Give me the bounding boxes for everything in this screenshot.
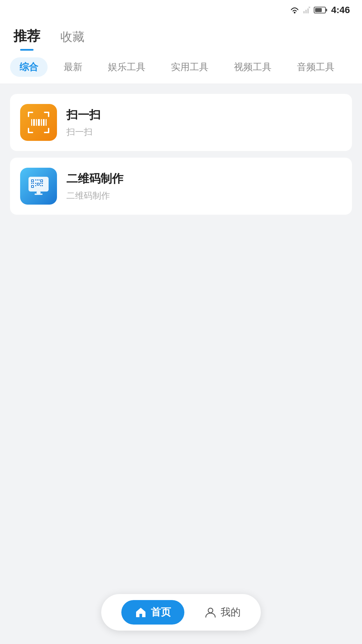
svg-rect-40 [42, 185, 43, 186]
app-card-qrmaker[interactable]: 二维码制作 二维码制作 [10, 158, 352, 215]
user-icon [204, 606, 217, 619]
bottom-nav-mine[interactable]: 我的 [204, 605, 241, 619]
app-name-qrmaker: 二维码制作 [66, 171, 123, 186]
app-info-scan: 扫一扫 扫一扫 [66, 107, 101, 138]
svg-rect-20 [46, 119, 47, 126]
svg-rect-15 [33, 119, 35, 126]
svg-rect-13 [48, 128, 49, 133]
svg-rect-38 [35, 185, 36, 186]
category-tabs: 综合 最新 娱乐工具 实用工具 视频工具 音频工具 [0, 51, 362, 84]
svg-point-43 [208, 608, 213, 613]
bottom-nav-home[interactable]: 首页 [121, 600, 184, 625]
svg-rect-35 [42, 183, 43, 184]
svg-rect-33 [38, 183, 39, 185]
cat-tab-practical[interactable]: 实用工具 [162, 57, 218, 77]
status-time: 4:46 [331, 5, 350, 15]
app-info-qrmaker: 二维码制作 二维码制作 [66, 171, 123, 202]
svg-rect-18 [41, 119, 42, 126]
svg-rect-16 [36, 119, 37, 126]
svg-rect-9 [48, 112, 49, 117]
app-desc-scan: 扫一扫 [66, 126, 101, 138]
svg-rect-37 [32, 186, 33, 187]
svg-rect-1 [303, 11, 305, 13]
svg-rect-28 [41, 180, 42, 181]
svg-rect-39 [40, 185, 41, 186]
wifi-icon [290, 6, 300, 14]
bottom-nav: 首页 我的 [101, 594, 261, 631]
status-icons [290, 6, 326, 14]
svg-rect-19 [43, 119, 45, 126]
scan-qr-icon [25, 109, 52, 136]
svg-rect-26 [39, 179, 40, 180]
qr-maker-icon [25, 173, 52, 200]
cat-tab-entertainment[interactable]: 娱乐工具 [99, 57, 155, 77]
svg-rect-24 [35, 179, 36, 180]
svg-rect-14 [31, 119, 32, 126]
bottom-nav-home-label: 首页 [151, 605, 171, 619]
top-nav: 推荐 收藏 [0, 20, 362, 51]
svg-rect-41 [37, 192, 41, 194]
app-icon-qrmaker [20, 168, 57, 205]
svg-rect-23 [32, 180, 33, 181]
signal-icon [303, 6, 310, 14]
app-list: 扫一扫 扫一扫 [0, 84, 362, 225]
svg-point-0 [294, 12, 295, 13]
svg-rect-30 [33, 183, 34, 184]
svg-rect-3 [307, 8, 309, 13]
app-card-scan[interactable]: 扫一扫 扫一扫 [10, 94, 352, 151]
cat-tab-audio[interactable]: 音频工具 [288, 57, 344, 77]
svg-rect-42 [35, 194, 43, 195]
bottom-nav-mine-label: 我的 [221, 605, 241, 619]
cat-tab-all[interactable]: 综合 [10, 57, 48, 77]
svg-rect-25 [37, 179, 38, 180]
svg-rect-7 [28, 112, 29, 117]
tab-recommend[interactable]: 推荐 [13, 27, 40, 51]
app-desc-qrmaker: 二维码制作 [66, 190, 123, 202]
svg-rect-17 [38, 119, 40, 126]
svg-rect-31 [35, 183, 36, 184]
svg-rect-29 [31, 183, 32, 184]
app-name-scan: 扫一扫 [66, 107, 101, 123]
cat-tab-video[interactable]: 视频工具 [225, 57, 281, 77]
cat-tab-latest[interactable]: 最新 [54, 57, 92, 77]
tab-favorites[interactable]: 收藏 [60, 29, 84, 51]
status-bar: 4:46 [0, 0, 362, 20]
home-icon [135, 606, 147, 619]
svg-rect-2 [305, 10, 307, 13]
svg-rect-11 [28, 128, 29, 133]
app-icon-scan [20, 104, 57, 141]
battery-icon [314, 7, 326, 13]
svg-rect-34 [40, 183, 41, 184]
